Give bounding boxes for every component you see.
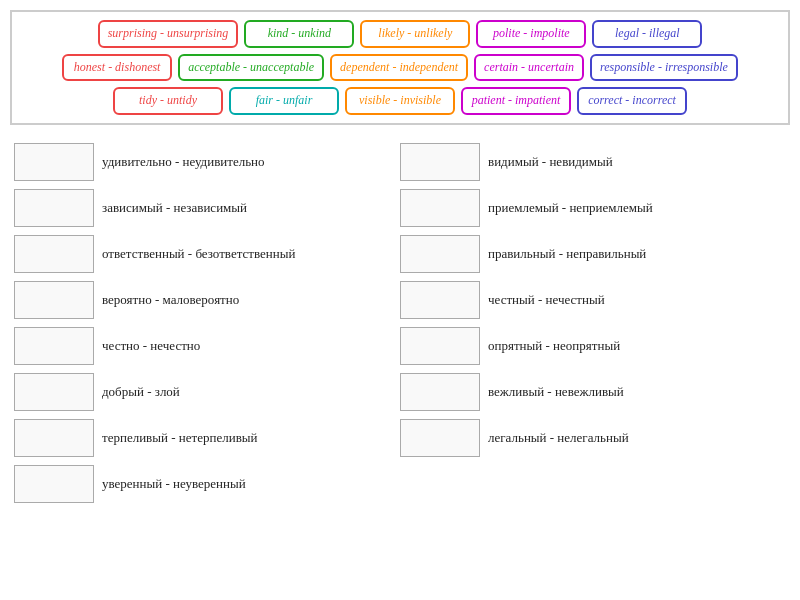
word-card[interactable]: kind - unkind xyxy=(244,20,354,48)
word-card[interactable]: polite - impolite xyxy=(476,20,586,48)
match-drop-box[interactable] xyxy=(14,373,94,411)
match-drop-box[interactable] xyxy=(400,327,480,365)
word-card[interactable]: patient - impatient xyxy=(461,87,571,115)
match-label: зависимый - независимый xyxy=(102,199,247,217)
word-card[interactable]: tidy - untidy xyxy=(113,87,223,115)
match-drop-box[interactable] xyxy=(14,143,94,181)
match-row: правильный - неправильный xyxy=(400,235,786,273)
match-drop-box[interactable] xyxy=(400,189,480,227)
match-label: терпеливый - нетерпеливый xyxy=(102,429,257,447)
match-row: опрятный - неопрятный xyxy=(400,327,786,365)
card-row-1: surprising - unsurprisingkind - unkindli… xyxy=(20,20,780,48)
match-row: легальный - нелегальный xyxy=(400,419,786,457)
match-label: ответственный - безответственный xyxy=(102,245,295,263)
word-card[interactable]: responsible - irresponsible xyxy=(590,54,738,82)
match-row: вежливый - невежливый xyxy=(400,373,786,411)
match-row: зависимый - независимый xyxy=(14,189,400,227)
word-card[interactable]: fair - unfair xyxy=(229,87,339,115)
match-label: честно - нечестно xyxy=(102,337,200,355)
word-card[interactable]: honest - dishonest xyxy=(62,54,172,82)
match-label: удивительно - неудивительно xyxy=(102,153,265,171)
match-drop-box[interactable] xyxy=(400,143,480,181)
match-drop-box[interactable] xyxy=(400,281,480,319)
match-drop-box[interactable] xyxy=(14,465,94,503)
match-drop-box[interactable] xyxy=(14,327,94,365)
match-label: приемлемый - неприемлемый xyxy=(488,199,653,217)
match-row: честно - нечестно xyxy=(14,327,400,365)
card-row-3: tidy - untidyfair - unfairvisible - invi… xyxy=(20,87,780,115)
word-card[interactable]: visible - invisible xyxy=(345,87,455,115)
word-card[interactable]: certain - uncertain xyxy=(474,54,584,82)
match-drop-box[interactable] xyxy=(14,419,94,457)
right-match-col: видимый - невидимыйприемлемый - неприемл… xyxy=(400,143,786,503)
match-label: добрый - злой xyxy=(102,383,180,401)
match-label: вежливый - невежливый xyxy=(488,383,624,401)
match-label: правильный - неправильный xyxy=(488,245,646,263)
word-card[interactable]: correct - incorrect xyxy=(577,87,687,115)
word-card[interactable]: surprising - unsurprising xyxy=(98,20,239,48)
match-row: терпеливый - нетерпеливый xyxy=(14,419,400,457)
match-label: уверенный - неуверенный xyxy=(102,475,246,493)
match-row: удивительно - неудивительно xyxy=(14,143,400,181)
match-label: видимый - невидимый xyxy=(488,153,613,171)
match-drop-box[interactable] xyxy=(14,189,94,227)
match-row: ответственный - безответственный xyxy=(14,235,400,273)
match-label: вероятно - маловероятно xyxy=(102,291,239,309)
bottom-section: удивительно - неудивительнозависимый - н… xyxy=(0,135,800,511)
card-row-2: honest - dishonestacceptable - unaccepta… xyxy=(20,54,780,82)
match-label: легальный - нелегальный xyxy=(488,429,629,447)
match-drop-box[interactable] xyxy=(14,235,94,273)
left-match-col: удивительно - неудивительнозависимый - н… xyxy=(14,143,400,503)
match-row: видимый - невидимый xyxy=(400,143,786,181)
match-drop-box[interactable] xyxy=(400,235,480,273)
match-row: приемлемый - неприемлемый xyxy=(400,189,786,227)
top-section: surprising - unsurprisingkind - unkindli… xyxy=(10,10,790,125)
word-card[interactable]: likely - unlikely xyxy=(360,20,470,48)
match-row: вероятно - маловероятно xyxy=(14,281,400,319)
match-row: уверенный - неуверенный xyxy=(14,465,400,503)
match-drop-box[interactable] xyxy=(14,281,94,319)
match-label: опрятный - неопрятный xyxy=(488,337,620,355)
word-card[interactable]: acceptable - unacceptable xyxy=(178,54,324,82)
match-label: честный - нечестный xyxy=(488,291,605,309)
match-drop-box[interactable] xyxy=(400,373,480,411)
word-card[interactable]: dependent - independent xyxy=(330,54,468,82)
match-row: добрый - злой xyxy=(14,373,400,411)
match-row: честный - нечестный xyxy=(400,281,786,319)
word-card[interactable]: legal - illegal xyxy=(592,20,702,48)
match-drop-box[interactable] xyxy=(400,419,480,457)
